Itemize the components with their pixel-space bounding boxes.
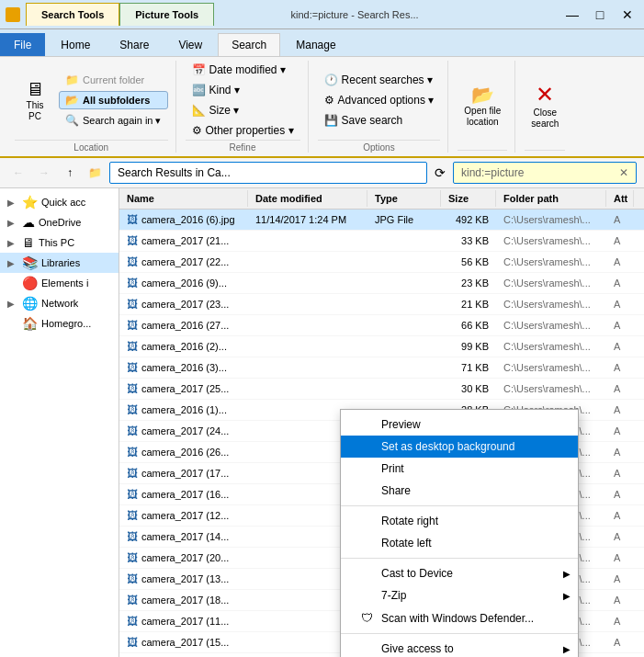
file-icon: 🖼 [127,298,138,311]
menu-item[interactable]: Print [341,458,578,480]
date-icon: 📅 [192,63,206,76]
menu-item[interactable]: Set as desktop background [341,436,578,458]
col-attr-header[interactable]: Att [606,190,634,207]
tab-file[interactable]: File [0,33,45,56]
menu-item[interactable]: Give access to ▶ [341,638,578,657]
menu-item-label: Share [381,484,411,497]
tree-onedrive[interactable]: ▶ ☁ OneDrive [0,212,119,232]
quick-access-icon: ⭐ [22,195,38,210]
file-name-cell: 🖼 camera_2017 (12... [119,507,248,524]
file-name-cell: 🖼 camera_2017 (13... [119,571,248,587]
tree-libraries[interactable]: ▶ 📚 Libraries [0,253,119,273]
col-date-header[interactable]: Date modified [248,190,367,207]
file-row[interactable]: 🖼 camera_2017 (25... 30 KB C:\Users\rame… [119,379,644,400]
col-type-header[interactable]: Type [367,190,441,207]
tab-home[interactable]: Home [47,33,104,56]
file-icon: 🖼 [127,530,138,543]
options-group-label: Options [318,140,441,153]
file-type-cell [367,387,441,391]
col-path-header[interactable]: Folder path [496,190,606,207]
app-icon [6,7,20,22]
file-row[interactable]: 🖼 camera_2016 (3)... 71 KB C:\Users\rame… [119,357,644,379]
submenu-arrow: ▶ [563,569,571,579]
onedrive-icon: ☁ [22,215,35,230]
file-attr-cell: A [606,424,634,438]
tree-this-pc[interactable]: ▶ 🖥 This PC [0,232,119,253]
menu-item-icon: 🛡 [359,611,374,625]
file-icon: 🖼 [127,382,138,395]
up-button[interactable]: ↑ [59,162,81,184]
tree-quick-access[interactable]: ▶ ⭐ Quick acc [0,192,119,212]
save-icon: 💾 [324,114,338,127]
file-row[interactable]: 🖼 camera_2016 (6).jpg 11/14/2017 1:24 PM… [119,210,644,231]
col-name-header[interactable]: Name [119,190,248,207]
file-path-cell: C:\Users\ramesh\... [496,255,606,269]
tree-elements[interactable]: 🔴 Elements i [0,273,119,293]
tab-view[interactable]: View [164,33,216,56]
ribbon-group-refine: 📅 Date modified ▾ 🔤 Kind ▾ 📐 Size ▾ ⚙ Ot… [178,61,309,153]
menu-item[interactable]: 🛡 Scan with Windows Defender... [341,606,578,629]
tree-homegroup[interactable]: 🏠 Homegro... [0,313,119,334]
tree-network[interactable]: ▶ 🌐 Network [0,293,119,313]
menu-item[interactable]: Share [341,480,578,502]
file-attr-cell: A [606,381,634,396]
file-path-cell: C:\Users\ramesh\... [496,318,606,333]
file-row[interactable]: 🖼 camera_2017 (23... 21 KB C:\Users\rame… [119,294,644,315]
open-file-location-button[interactable]: 📂 Open filelocation [458,79,507,132]
tab-picture-tools[interactable]: Picture Tools [119,3,214,26]
menu-item[interactable]: 7-Zip ▶ [341,584,578,606]
refresh-button[interactable]: ⟳ [431,165,449,180]
other-properties-button[interactable]: ⚙ Other properties ▾ [186,121,300,140]
libraries-icon: 📚 [22,255,38,270]
date-modified-button[interactable]: 📅 Date modified ▾ [186,61,300,79]
close-button[interactable]: ✕ [615,5,640,25]
address-field[interactable]: Search Results in Ca... [109,162,427,184]
tab-share[interactable]: Share [106,33,163,56]
current-folder-button[interactable]: 📁 Current folder [59,71,168,89]
menu-item-label: Cast to Device [381,567,453,580]
file-row[interactable]: 🖼 camera_2016 (9)... 23 KB C:\Users\rame… [119,273,644,294]
file-row[interactable]: 🖼 camera_2017 (22... 56 KB C:\Users\rame… [119,252,644,273]
tab-search-tools[interactable]: Search Tools [26,3,119,26]
kind-button[interactable]: 🔤 Kind ▾ [186,81,300,99]
menu-item[interactable]: Cast to Device ▶ [341,562,578,584]
save-search-button[interactable]: 💾 Save search [318,111,441,130]
file-attr-cell: A [606,212,634,227]
search-again-button[interactable]: 🔍 Search again in ▾ [59,111,168,130]
forward-button[interactable]: → [33,162,55,184]
left-panel: ▶ ⭐ Quick acc ▶ ☁ OneDrive ▶ 🖥 This PC ▶… [0,188,119,657]
menu-item[interactable]: Preview [341,413,578,436]
back-button[interactable]: ← [7,162,29,184]
file-icon: 🖼 [127,403,138,416]
search-box[interactable]: kind:=picture ✕ [453,162,637,184]
file-attr-cell: A [606,402,634,417]
minimize-button[interactable]: — [559,5,585,25]
col-size-header[interactable]: Size [441,190,496,207]
file-row[interactable]: 🖼 camera_2016 (27... 66 KB C:\Users\rame… [119,315,644,336]
menu-item[interactable]: Rotate left [341,532,578,554]
this-pc-button[interactable]: 🖥 ThisPC [15,74,55,127]
maximize-button[interactable]: □ [587,5,613,25]
advanced-options-button[interactable]: ⚙ Advanced options ▾ [318,91,441,109]
file-date-cell: 11/14/2017 1:24 PM [248,212,367,227]
recent-searches-button[interactable]: 🕐 Recent searches ▾ [318,71,441,89]
close-search-icon: ✕ [536,82,554,108]
all-subfolders-button[interactable]: 📂 All subfolders [59,91,168,109]
search-again-icon: 🔍 [65,114,79,127]
file-row[interactable]: 🖼 camera_2017 (21... 33 KB C:\Users\rame… [119,231,644,252]
size-button[interactable]: 📐 Size ▾ [186,101,300,119]
file-attr-cell: A [606,487,634,502]
file-attr-cell: A [606,614,634,629]
close-search-label [525,150,565,153]
menu-item[interactable]: Rotate right [341,510,578,532]
tab-manage[interactable]: Manage [282,33,349,56]
file-path-cell: C:\Users\ramesh\... [496,339,606,354]
close-search-button[interactable]: ✕ Closesearch [525,77,565,134]
current-folder-icon: 📁 [65,74,79,86]
clear-search-icon[interactable]: ✕ [619,166,628,179]
file-attr-cell: A [606,466,634,481]
file-row[interactable]: 🖼 camera_2016 (2)... 99 KB C:\Users\rame… [119,336,644,357]
submenu-arrow: ▶ [563,591,571,601]
file-size-cell: 66 KB [441,318,496,333]
tab-search[interactable]: Search [218,33,280,56]
